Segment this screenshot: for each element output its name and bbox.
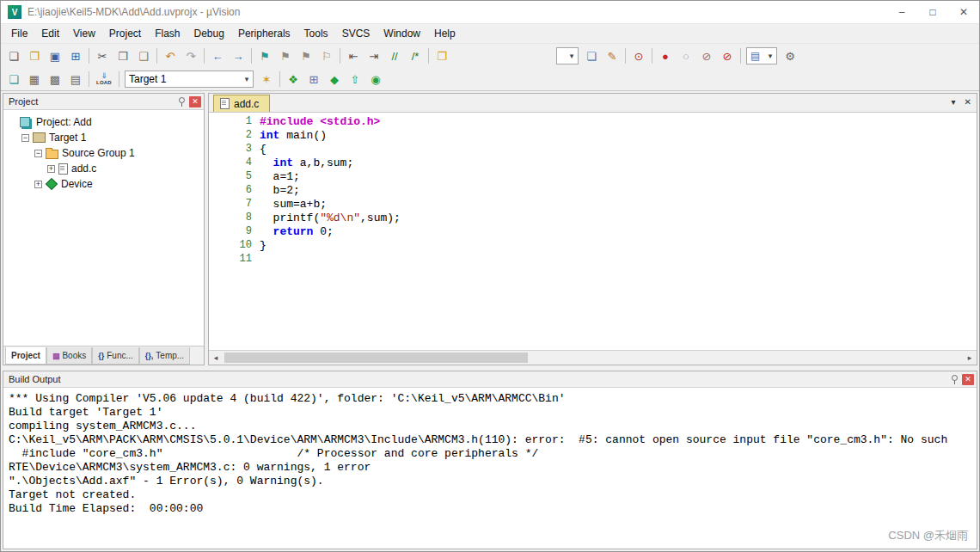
build-icon[interactable]: ▦ [24,70,45,89]
open-icon[interactable]: ❐ [24,46,45,65]
clear-bookmarks-icon[interactable]: ⚐ [316,46,337,65]
menu-item-debug[interactable]: Debug [187,26,231,41]
build-output-line[interactable]: Build target 'Target 1' [9,406,971,420]
build-output-line[interactable]: compiling system_ARMCM3.c... [9,420,971,433]
pack-installer-icon[interactable]: ⇧ [345,70,365,89]
build-output-line[interactable]: Target not created. [9,488,971,502]
tree-item-project-add[interactable]: Project: Add [3,114,204,130]
select-software-packs-icon[interactable]: ◆ [324,70,345,89]
comment-icon[interactable]: // [384,46,405,65]
maximize-button[interactable]: □ [917,1,948,23]
file-icon [220,98,230,109]
expand-icon[interactable]: + [34,181,42,188]
disable-all-breakpoints-icon[interactable]: ⊘ [696,46,717,65]
insert-breakpoint-icon[interactable]: ● [655,46,676,65]
toggle-bookmark-icon[interactable]: ⚑ [254,46,275,65]
download-label: LOAD [96,80,112,86]
save-icon[interactable]: ▣ [45,46,65,65]
tree-item-add-c[interactable]: +add.c [3,161,204,176]
tree-item-label: Project: Add [36,116,92,128]
close-document-icon[interactable]: ✕ [965,97,971,107]
build-output-line[interactable]: *** Using Compiler 'V5.06 update 4 (buil… [9,392,971,406]
cut-icon[interactable]: ✂ [92,46,113,65]
manage-rte-icon[interactable]: ◉ [365,70,386,89]
menu-item-tools[interactable]: Tools [297,26,335,41]
build-output-line[interactable]: ".\Objects\Add.axf" - 1 Error(s), 0 Warn… [9,475,971,488]
find-combobox[interactable]: ▾ [556,47,579,64]
scrollbar-thumb[interactable] [224,353,528,363]
build-output-content[interactable]: *** Using Compiler 'V5.06 update 4 (buil… [3,388,977,549]
find-icon[interactable]: ⊙ [628,46,649,65]
manage-project-items-icon[interactable]: ❖ [283,70,303,89]
rebuild-all-icon[interactable]: ▩ [45,70,65,89]
minimize-button[interactable]: – [886,1,917,23]
kill-all-breakpoints-icon[interactable]: ⊘ [717,46,738,65]
code-line: 2int main() [209,129,977,143]
unindent-icon[interactable]: ⇤ [343,46,364,65]
menu-item-file[interactable]: File [4,26,34,41]
collapse-icon[interactable]: − [21,134,29,142]
close-panel-icon[interactable]: ✕ [962,374,974,385]
build-output-line[interactable]: Build Time Elapsed: 00:00:00 [9,502,971,516]
code-editor[interactable]: 1#include <stdio.h>2int main()3{4 int a,… [209,113,977,350]
new-file-icon[interactable]: ❏ [3,46,24,65]
tab-project[interactable]: Project [5,347,46,365]
menu-item-project[interactable]: Project [102,26,148,41]
indent-icon[interactable]: ⇥ [364,46,384,65]
uncomment-icon[interactable]: /* [405,46,426,65]
tree-item-device[interactable]: +Device [3,176,204,192]
build-output-line[interactable]: C:\Keil_v5\ARM\PACK\ARM\CMSIS\5.0.1\Devi… [9,433,971,447]
configure-wrench-icon[interactable]: ⚙ [780,46,800,65]
tree-item-target-1[interactable]: −Target 1 [3,130,204,145]
collapse-icon[interactable]: − [34,150,42,157]
undo-icon[interactable]: ↶ [160,46,181,65]
scroll-right-arrow-icon[interactable]: ▸ [963,353,977,362]
close-button[interactable]: ✕ [948,1,979,23]
scrollbar-track[interactable] [223,351,963,365]
build-output-line[interactable]: #include "core_cm3.h" /* Processor and c… [9,447,971,461]
scroll-left-arrow-icon[interactable]: ◂ [209,353,223,362]
chevron-down-icon[interactable]: ▾ [952,97,956,107]
pin-icon[interactable] [176,96,187,107]
line-number: 6 [209,184,260,198]
search-document-icon[interactable]: ❏ [581,46,602,65]
pin-icon[interactable] [949,374,959,385]
navigate-forward-icon[interactable]: → [228,46,248,65]
prev-bookmark-icon[interactable]: ⚑ [275,46,296,65]
tab-functions[interactable]: {}Func... [92,347,139,365]
find-in-files-icon[interactable]: ❐ [432,46,452,65]
translate-file-icon[interactable]: ❏ [3,70,24,89]
next-bookmark-icon[interactable]: ⚑ [296,46,316,65]
tree-item-source-group-1[interactable]: −Source Group 1 [3,145,204,161]
code-line: 11 [209,253,977,267]
copy-icon[interactable]: ❒ [113,46,133,65]
expand-icon[interactable]: + [47,165,55,173]
navigate-back-icon[interactable]: ← [207,46,228,65]
editor-tab-addc[interactable]: add.c [213,95,270,112]
menu-item-peripherals[interactable]: Peripherals [231,26,297,41]
window-layout-dropdown[interactable]: ▤▾ [746,47,777,64]
paste-icon[interactable]: ❑ [133,46,154,65]
menu-item-flash[interactable]: Flash [148,26,187,41]
close-panel-icon[interactable]: ✕ [189,96,201,107]
incremental-find-icon[interactable]: ✎ [602,46,622,65]
tab-books[interactable]: ▤Books [46,347,92,365]
target-select[interactable]: Target 1▾ [125,71,254,88]
batch-build-icon[interactable]: ▤ [65,70,86,89]
build-output-line[interactable]: RTE\Device\ARMCM3\system_ARMCM3.c: 0 war… [9,461,971,475]
file-extensions-icon[interactable]: ⊞ [303,70,324,89]
file-toolbar: ❏❐▣⊞✂❒❑↶↷←→⚑⚑⚑⚐⇤⇥///*❐▾❏✎⊙●○⊘⊘▤▾⚙ [1,43,979,68]
menu-item-edit[interactable]: Edit [34,26,66,41]
redo-icon[interactable]: ↷ [181,46,201,65]
download-icon[interactable]: ⇓LOAD [92,70,116,89]
toggle-breakpoint-enable-icon[interactable]: ○ [676,46,696,65]
tab-templates[interactable]: {},Temp... [139,347,190,365]
toolbar-separator [652,48,652,64]
menu-item-help[interactable]: Help [427,26,462,41]
horizontal-scrollbar[interactable]: ◂ ▸ [209,350,977,365]
save-all-icon[interactable]: ⊞ [65,46,86,65]
options-for-target-icon[interactable]: ✶ [256,70,277,89]
menu-item-window[interactable]: Window [377,26,427,41]
menu-item-svcs[interactable]: SVCS [335,26,377,41]
menu-item-view[interactable]: View [66,26,102,41]
